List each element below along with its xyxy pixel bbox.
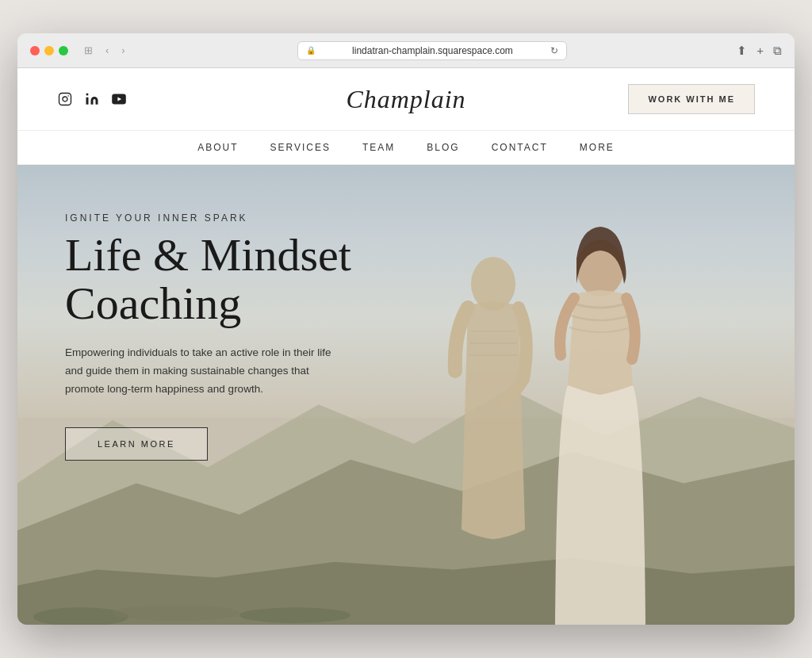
hero-figures — [398, 212, 699, 625]
nav-contact[interactable]: CONTACT — [492, 142, 548, 153]
minimize-button[interactable] — [44, 46, 54, 55]
nav-about[interactable]: ABOUT — [197, 142, 238, 153]
learn-more-button[interactable]: LEARN MORE — [65, 427, 208, 461]
address-bar: 🔒 lindatran-champlain.squarespace.com ↻ — [135, 41, 731, 60]
site-title: Champlain — [346, 85, 465, 114]
instagram-icon[interactable] — [57, 91, 73, 107]
youtube-icon[interactable] — [111, 91, 127, 107]
svg-point-11 — [239, 607, 350, 623]
url-input[interactable]: 🔒 lindatran-champlain.squarespace.com ↻ — [297, 41, 567, 60]
svg-rect-0 — [59, 94, 71, 105]
back-button[interactable]: ‹ — [102, 43, 112, 58]
svg-point-10 — [113, 605, 239, 621]
svg-point-2 — [67, 95, 69, 97]
social-icons-group — [57, 91, 127, 107]
close-button[interactable] — [30, 46, 40, 55]
hero-title-line2: Coaching — [65, 277, 241, 329]
site-content: Champlain WORK WITH ME ABOUT SERVICES TE… — [17, 68, 795, 625]
browser-chrome: ⊞ ‹ › 🔒 lindatran-champlain.squarespace.… — [17, 33, 795, 68]
share-icon[interactable]: ⬆ — [737, 44, 747, 58]
nav-more[interactable]: MORE — [580, 142, 615, 153]
browser-window: ⊞ ‹ › 🔒 lindatran-champlain.squarespace.… — [17, 33, 795, 625]
tab-overview-icon[interactable]: ⧉ — [773, 44, 782, 58]
hero-section: IGNITE YOUR INNER SPARK Life & Mindset C… — [17, 165, 795, 625]
svg-point-1 — [63, 97, 67, 101]
nav-blog[interactable]: BLOG — [427, 142, 459, 153]
site-nav: ABOUT SERVICES TEAM BLOG CONTACT MORE — [17, 131, 795, 165]
browser-controls: ⊞ ‹ › — [81, 43, 128, 58]
forward-button[interactable]: › — [118, 43, 128, 58]
hero-tagline: IGNITE YOUR INNER SPARK — [65, 212, 351, 224]
new-tab-icon[interactable]: + — [756, 44, 764, 57]
nav-services[interactable]: SERVICES — [270, 142, 331, 153]
hero-content: IGNITE YOUR INNER SPARK Life & Mindset C… — [65, 212, 351, 461]
hero-description: Empowering individuals to take an active… — [65, 344, 335, 399]
header-right: WORK WITH ME — [628, 84, 755, 114]
work-with-me-button[interactable]: WORK WITH ME — [628, 84, 755, 114]
linkedin-icon[interactable] — [84, 91, 100, 107]
nav-team[interactable]: TEAM — [362, 142, 395, 153]
lock-icon: 🔒 — [306, 46, 316, 55]
site-header: Champlain WORK WITH ME — [17, 68, 795, 131]
hero-title: Life & Mindset Coaching — [65, 231, 351, 328]
reload-icon[interactable]: ↻ — [550, 45, 558, 56]
sidebar-toggle-icon[interactable]: ⊞ — [81, 43, 96, 58]
hero-title-line1: Life & Mindset — [65, 229, 351, 281]
url-text: lindatran-champlain.squarespace.com — [352, 45, 513, 56]
maximize-button[interactable] — [59, 46, 68, 55]
svg-point-3 — [86, 94, 89, 96]
browser-right-controls: ⬆ + ⧉ — [737, 44, 782, 58]
traffic-lights — [30, 46, 68, 55]
